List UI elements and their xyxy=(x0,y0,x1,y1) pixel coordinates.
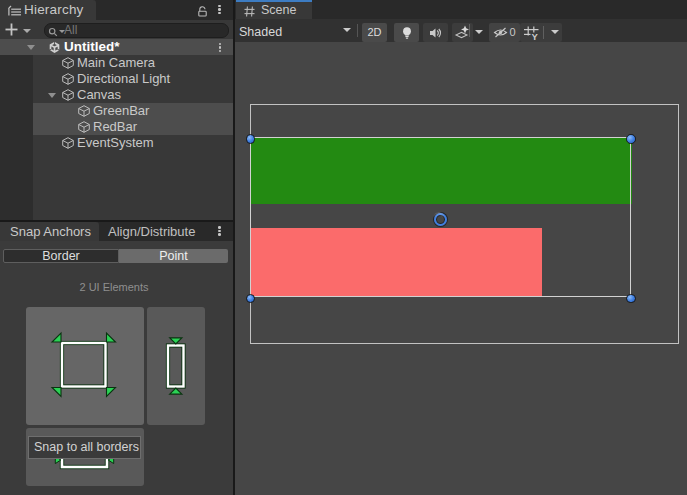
svg-text:Y: Y xyxy=(532,31,539,40)
